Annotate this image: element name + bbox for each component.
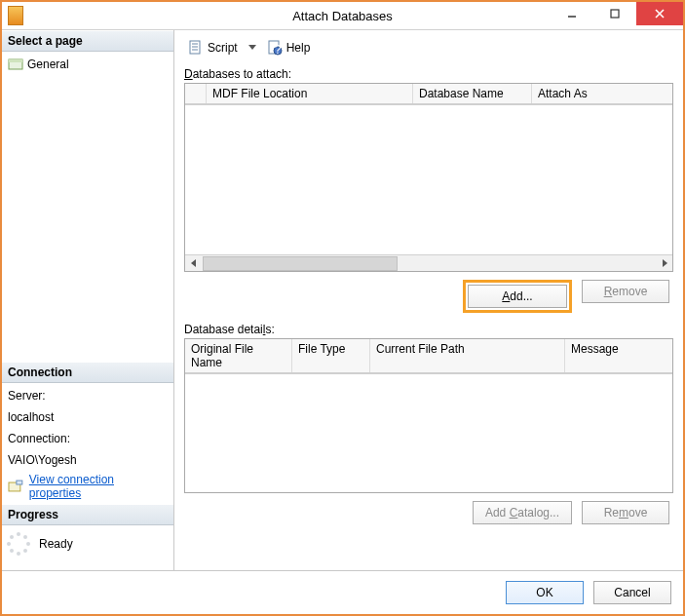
attach-grid-header: MDF File Location Database Name Attach A… [185,84,672,104]
col-database-name[interactable]: Database Name [413,84,532,103]
script-button[interactable]: Script [184,38,242,58]
left-pane: Select a page General Connection Server:… [2,30,174,570]
col-attach-as[interactable]: Attach As [532,84,672,103]
maximize-button[interactable] [593,2,636,25]
help-label: Help [286,41,311,55]
database-details-label: Database details: [184,321,673,338]
col-current-file-path[interactable]: Current File Path [370,339,565,372]
databases-to-attach-label: Databases to attach: [184,65,673,83]
progress-header: Progress [2,504,173,525]
help-button[interactable]: ? Help [263,38,315,58]
svg-marker-20 [248,45,256,50]
svg-text:?: ? [274,43,281,56]
scroll-left-button[interactable] [185,255,202,272]
right-pane: Script ? Help Databases to attach: MDF F… [174,30,683,570]
svg-point-12 [17,552,20,556]
ok-button[interactable]: OK [506,581,584,604]
script-icon [188,40,204,56]
help-icon: ? [267,40,283,56]
col-file-type[interactable]: File Type [292,339,370,372]
connection-value: VAIO\Yogesh [8,451,168,473]
add-catalog-button: Add Catalog... [473,501,572,524]
col-mdf-location[interactable]: MDF File Location [207,84,413,103]
attach-databases-dialog: Attach Databases Select a page General [0,0,685,616]
col-message[interactable]: Message [565,339,672,372]
close-button[interactable] [636,2,683,25]
select-page-header: Select a page [2,30,173,52]
chevron-down-icon [248,44,256,52]
view-connection-properties-label: View connection properties [29,473,168,500]
server-value: localhost [8,408,168,430]
connection-header: Connection [2,362,173,383]
titlebar: Attach Databases [2,2,683,29]
dialog-footer: OK Cancel [2,570,683,614]
scroll-right-button[interactable] [656,255,672,272]
page-icon [8,58,23,71]
svg-point-11 [23,549,27,553]
connection-label: Connection: [8,430,168,451]
add-button[interactable]: Add... [468,285,567,308]
svg-marker-25 [663,259,667,267]
svg-point-13 [10,549,14,553]
minimize-button[interactable] [551,2,593,25]
svg-point-15 [10,535,14,539]
scroll-thumb[interactable] [203,256,398,271]
remove-button: Remove [582,280,669,303]
svg-point-8 [17,532,20,536]
script-dropdown[interactable] [247,40,257,56]
page-item-general[interactable]: General [8,56,168,73]
app-icon [8,6,23,25]
svg-rect-5 [9,59,22,62]
cancel-button[interactable]: Cancel [593,581,671,604]
add-button-highlight: Add... [463,280,572,313]
svg-rect-7 [17,481,22,484]
attach-grid-hscroll[interactable] [185,254,672,271]
details-grid-header: Original File Name File Type Current Fil… [185,339,672,373]
svg-point-9 [23,535,27,539]
progress-status: Ready [39,537,73,551]
details-grid-body [185,373,672,492]
remove-detail-button: Remove [582,501,669,524]
connection-properties-icon [8,480,23,493]
svg-point-14 [7,542,11,546]
page-item-label: General [27,58,69,71]
progress-spinner-icon [6,531,31,557]
svg-point-10 [26,542,30,546]
col-original-file-name[interactable]: Original File Name [185,339,292,372]
svg-marker-24 [191,259,196,267]
svg-rect-1 [611,10,619,18]
databases-to-attach-grid[interactable]: MDF File Location Database Name Attach A… [184,83,673,272]
database-details-grid[interactable]: Original File Name File Type Current Fil… [184,338,673,493]
attach-grid-body [185,104,672,254]
script-label: Script [208,41,238,55]
server-label: Server: [8,387,168,408]
toolbar: Script ? Help [184,36,673,65]
view-connection-properties-link[interactable]: View connection properties [8,473,168,500]
